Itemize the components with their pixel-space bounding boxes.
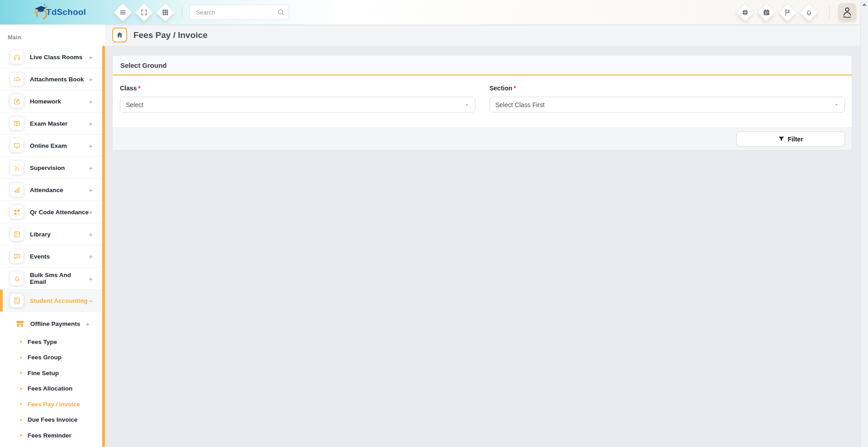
sidebar-item-online-exam[interactable]: Online Exam+ [0,135,105,157]
class-field: Class* Select [120,85,475,113]
expand-toggle[interactable]: + [89,75,93,83]
expand-toggle[interactable]: + [89,253,93,260]
sidebar-icon-box [10,50,24,64]
language-button[interactable] [736,1,754,23]
headset-icon [13,53,21,61]
sidebar-item-student-accounting[interactable]: Student Accounting− [0,290,105,312]
chat-icon [13,253,21,260]
page-content: Select Ground Class* Select Section* [105,46,860,151]
sidebar-subitem-fees-allocation[interactable]: Fees Allocation [0,381,105,397]
triangle-right-icon [19,402,24,406]
search-icon [277,8,285,16]
home-button[interactable] [112,28,127,42]
class-select[interactable]: Select [120,97,475,113]
sidebar-item-live-class-rooms[interactable]: Live Class Rooms+ [0,46,105,68]
calendar-button[interactable] [757,1,776,23]
sidebar-item-library[interactable]: Library+ [0,223,105,245]
sidebar-subitem-fine-setup[interactable]: Fine Setup [0,365,105,381]
sidebar-icon-box [10,205,24,219]
sidebar-icon-box [10,294,24,307]
sidebar-item-qr-code-attendance[interactable]: Qr Code Attendance+ [0,201,105,223]
sidebar-subitem-offline-payments[interactable]: Offline Payments+ [0,313,105,334]
sidebar-item-label: Live Class Rooms [30,54,82,61]
expand-toggle[interactable]: + [89,208,93,216]
sidebar-item-label: Online Exam [30,142,67,149]
header-divider-right [829,6,830,18]
sidebar-subitem-label: Fees Group [28,354,62,361]
sidebar-item-label: Attachments Book [30,76,84,83]
home-icon [116,31,123,39]
expand-toggle[interactable]: + [89,53,93,61]
sidebar-item-attachments-book[interactable]: Attachments Book+ [0,68,105,90]
expand-toggle[interactable]: + [89,98,93,105]
sidebar-subitem-fees-reminder[interactable]: Fees Reminder [0,428,105,443]
expand-toggle[interactable]: + [89,142,93,150]
expand-toggle[interactable]: + [89,120,93,127]
sidebar-icon-box [10,272,24,285]
scroll-up-arrow[interactable] [862,3,867,6]
rss-icon [13,164,21,172]
sidebar-item-label: Qr Code Attendance [30,209,89,216]
sidebar-item-bulk-sms-and-email[interactable]: Bulk Sms And Email+ [0,268,105,290]
required-mark: * [138,85,140,92]
sidebar-item-homework[interactable]: Homework+ [0,90,105,113]
filter-button[interactable]: Filter [736,132,845,146]
triangle-right-icon [19,433,24,438]
sidebar: Main Live Class Rooms+Attachments Book+H… [0,24,105,447]
sidebar-item-exam-master[interactable]: Exam Master+ [0,113,105,135]
sidebar-item-label: Library [30,231,51,238]
expand-toggle[interactable]: − [89,297,93,305]
sidebar-scrollbar[interactable] [102,46,105,447]
sidebar-subitem-due-fees-invoice[interactable]: Due Fees Invoice [0,412,105,428]
calculator-icon [13,297,21,305]
apps-grid-button[interactable] [156,1,175,23]
sidebar-item-supervision[interactable]: Supervision+ [0,157,105,179]
sidebar-subitem-fees-pay-invoice[interactable]: Fees Pay / Invoice [0,396,105,412]
sidebar-subitem-fees-type[interactable]: Fees Type [0,334,105,350]
sidebar-icon-box [10,249,24,263]
fullscreen-button[interactable] [135,1,153,23]
monitor-icon [13,142,21,150]
qr-code-icon [13,208,21,216]
sidebar-icon-box [10,72,24,86]
required-mark: * [514,85,516,92]
brand-logo[interactable]: TdSchool [32,2,86,22]
bar-chart-icon [13,186,21,194]
expand-toggle[interactable]: + [89,275,93,282]
sidebar-icon-box [10,117,24,130]
sidebar-icon-box [10,227,24,241]
flag-button[interactable] [778,1,797,23]
header-search [190,5,289,20]
sidebar-menu: Live Class Rooms+Attachments Book+Homewo… [0,46,105,312]
expand-toggle[interactable]: + [85,320,90,328]
triangle-right-icon [19,339,24,344]
sidebar-icon-box [10,139,24,152]
expand-toggle[interactable]: + [89,186,93,194]
caret-down-icon [464,102,470,108]
brand-name: TdSchool [46,7,86,17]
notebook-icon [13,231,21,238]
calendar-icon [763,9,770,16]
search-input[interactable] [190,5,289,20]
class-label: Class* [120,85,475,92]
select-ground-card: Select Ground Class* Select Section* [112,55,852,151]
menu-button[interactable] [114,1,132,23]
section-select[interactable]: Select Class First [489,97,845,113]
notifications-button[interactable] [800,1,818,23]
sidebar-item-events[interactable]: Events+ [0,245,105,268]
sidebar-subitem-fees-group[interactable]: Fees Group [0,350,105,366]
expand-toggle[interactable]: + [89,164,93,172]
page-title: Fees Pay / Invoice [133,30,208,40]
person-icon [842,6,853,17]
sidebar-subitem-label: Fees Type [28,339,57,345]
sidebar-subitem-label: Fees Pay / Invoice [28,401,80,408]
sidebar-item-attendance[interactable]: Attendance+ [0,179,105,201]
sidebar-item-label: Homework [30,98,61,105]
edit-square-icon [13,98,21,105]
sidebar-item-label: Events [30,253,50,260]
expand-toggle[interactable]: + [89,231,93,238]
user-avatar[interactable]: Photo [838,3,856,21]
sidebar-section-label: Main [0,24,105,46]
card-footer: Filter [113,127,852,150]
page-scrollbar[interactable] [860,0,868,447]
